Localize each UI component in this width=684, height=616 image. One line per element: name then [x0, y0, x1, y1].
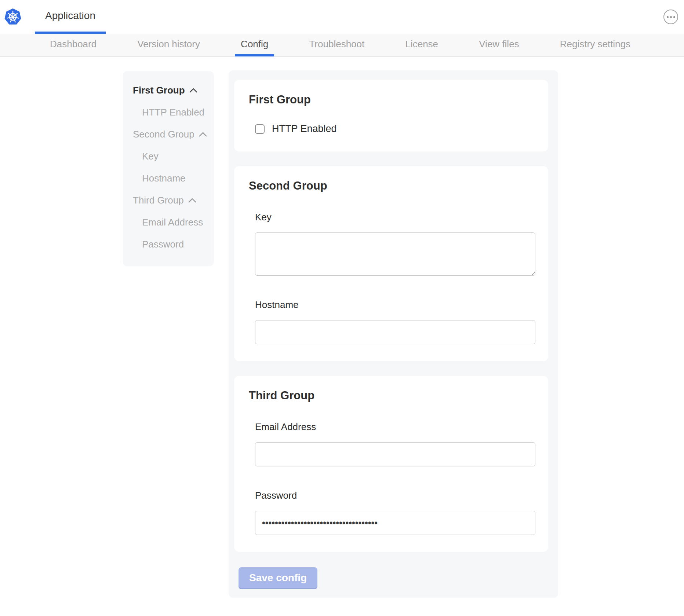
email-address-input[interactable] — [255, 442, 535, 466]
config-sidebar: First Group HTTP Enabled Second Group Ke… — [123, 71, 214, 266]
sidebar-item-label: Key — [142, 151, 159, 162]
group-title: Third Group — [249, 389, 535, 402]
content-area: First Group HTTP Enabled Second Group Ke… — [0, 56, 684, 616]
sidebar-item-hostname[interactable]: Hostname — [123, 167, 214, 189]
sidebar-item-label: HTTP Enabled — [142, 107, 204, 118]
config-panel: First Group HTTP Enabled Second Group Ke… — [229, 70, 558, 598]
sidebar-item-http-enabled[interactable]: HTTP Enabled — [123, 101, 214, 123]
key-textarea[interactable] — [255, 232, 535, 276]
ellipsis-icon — [667, 16, 675, 18]
app-title: Application — [45, 10, 95, 22]
sidebar-item-label: Password — [142, 239, 184, 250]
password-input[interactable] — [255, 511, 535, 535]
sidebar-group-second-group[interactable]: Second Group — [123, 123, 214, 145]
tab-config[interactable]: Config — [235, 34, 274, 56]
tab-registry-settings[interactable]: Registry settings — [554, 34, 636, 56]
main-nav: Dashboard Version history Config Trouble… — [0, 34, 684, 56]
app-root: Application Dashboard Version history Co… — [0, 0, 684, 616]
password-label: Password — [255, 490, 535, 501]
http-enabled-checkbox[interactable] — [255, 124, 265, 134]
email-address-label: Email Address — [255, 421, 535, 433]
sidebar-item-password[interactable]: Password — [123, 233, 214, 255]
tab-license[interactable]: License — [399, 34, 444, 56]
sidebar-group-label: First Group — [133, 85, 185, 96]
group-title: Second Group — [249, 179, 535, 192]
hostname-input[interactable] — [255, 320, 535, 344]
tab-version-history[interactable]: Version history — [131, 34, 206, 56]
sidebar-group-label: Second Group — [133, 129, 194, 140]
config-group-card-first: First Group HTTP Enabled — [234, 80, 548, 151]
config-group-card-second: Second Group Key Hostname — [234, 166, 548, 361]
chevron-up-icon — [189, 88, 197, 93]
email-address-field: Email Address — [255, 421, 535, 466]
hostname-field: Hostname — [255, 299, 535, 344]
overflow-menu-button[interactable] — [663, 10, 678, 24]
chevron-up-icon — [188, 198, 196, 203]
sidebar-item-key[interactable]: Key — [123, 145, 214, 167]
kubernetes-helm-wheel-icon — [4, 8, 21, 25]
chevron-up-icon — [199, 132, 207, 137]
app-tab-application[interactable]: Application — [35, 0, 106, 34]
sidebar-item-email-address[interactable]: Email Address — [123, 211, 214, 233]
tab-view-files[interactable]: View files — [473, 34, 525, 56]
hostname-label: Hostname — [255, 299, 535, 311]
save-config-button[interactable]: Save config — [239, 567, 317, 588]
sidebar-group-first-group[interactable]: First Group — [123, 79, 214, 101]
http-enabled-checkbox-label[interactable]: HTTP Enabled — [272, 123, 337, 135]
config-group-card-third: Third Group Email Address Password — [234, 376, 548, 552]
group-title: First Group — [249, 93, 535, 106]
sidebar-item-label: Hostname — [142, 173, 186, 184]
key-label: Key — [255, 212, 535, 223]
tab-troubleshoot[interactable]: Troubleshoot — [303, 34, 370, 56]
top-bar: Application — [0, 0, 684, 34]
sidebar-group-third-group[interactable]: Third Group — [123, 189, 214, 211]
key-field: Key — [255, 212, 535, 276]
kubernetes-logo — [0, 0, 35, 34]
sidebar-group-label: Third Group — [133, 195, 184, 206]
tab-dashboard[interactable]: Dashboard — [44, 34, 102, 56]
sidebar-item-label: Email Address — [142, 217, 203, 228]
http-enabled-field: HTTP Enabled — [255, 123, 535, 135]
password-field: Password — [255, 490, 535, 535]
